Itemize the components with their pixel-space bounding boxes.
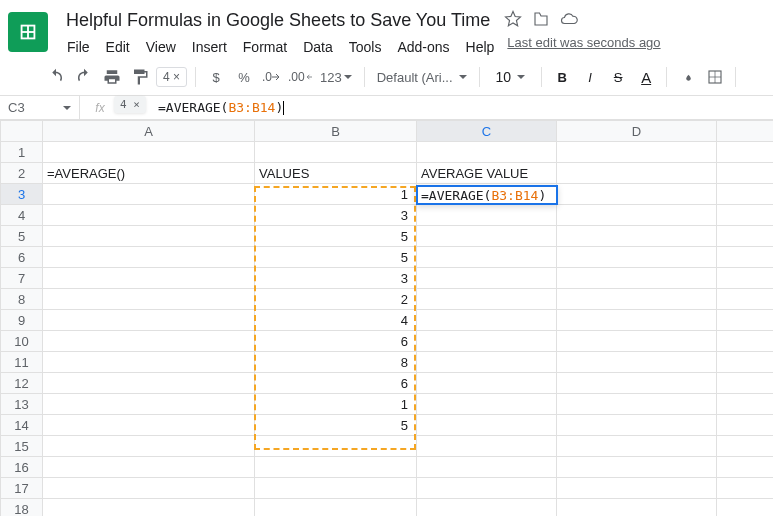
cell-b8[interactable]: 2 [255,289,417,310]
cell-b4[interactable]: 3 [255,205,417,226]
cell[interactable] [557,184,717,205]
cell[interactable] [417,289,557,310]
increase-decimal-button[interactable]: .00 [288,65,312,89]
menu-help[interactable]: Help [459,35,502,59]
sheets-logo[interactable] [8,12,48,52]
cell-c2[interactable]: AVERAGE VALUE [417,163,557,184]
font-family-select[interactable]: Default (Ari... [373,68,471,87]
cell[interactable] [557,163,717,184]
row-header[interactable]: 14 [1,415,43,436]
cell[interactable] [717,352,774,373]
menu-insert[interactable]: Insert [185,35,234,59]
row-header[interactable]: 3 [1,184,43,205]
cell[interactable] [557,142,717,163]
undo-icon[interactable] [44,65,68,89]
cell-b2[interactable]: VALUES [255,163,417,184]
cell[interactable] [417,394,557,415]
cell[interactable] [717,436,774,457]
col-header-a[interactable]: A [43,121,255,142]
cell[interactable] [717,457,774,478]
cell[interactable] [417,352,557,373]
cloud-status-icon[interactable] [560,10,578,31]
cell[interactable] [557,499,717,517]
name-box[interactable]: C3 [0,96,80,119]
cell[interactable] [717,247,774,268]
cell[interactable] [417,226,557,247]
select-all-corner[interactable] [1,121,43,142]
cell[interactable] [717,478,774,499]
cell[interactable] [717,310,774,331]
active-cell-editor[interactable]: =AVERAGE(B3:B14) [416,185,558,205]
menu-file[interactable]: File [60,35,97,59]
cell[interactable] [43,268,255,289]
cell[interactable] [557,268,717,289]
cell-b10[interactable]: 6 [255,331,417,352]
cell[interactable] [255,499,417,517]
cell[interactable] [43,289,255,310]
cell[interactable] [717,289,774,310]
formula-input[interactable]: 4 × =AVERAGE(B3:B14) [120,100,773,115]
cell[interactable] [557,310,717,331]
row-header[interactable]: 5 [1,226,43,247]
row-header[interactable]: 2 [1,163,43,184]
cell-b9[interactable]: 4 [255,310,417,331]
cell[interactable] [43,142,255,163]
cell[interactable] [43,331,255,352]
cell[interactable] [43,457,255,478]
cell[interactable] [557,436,717,457]
cell[interactable] [417,457,557,478]
cell[interactable] [43,184,255,205]
cell[interactable] [255,436,417,457]
zoom-select[interactable]: 4 × [156,67,187,87]
cell[interactable] [417,478,557,499]
italic-button[interactable]: I [578,65,602,89]
cell[interactable] [417,205,557,226]
cell[interactable] [557,352,717,373]
cell[interactable] [417,142,557,163]
cell[interactable] [717,268,774,289]
cell[interactable] [717,205,774,226]
row-header[interactable]: 7 [1,268,43,289]
menu-view[interactable]: View [139,35,183,59]
cell[interactable] [557,331,717,352]
cell[interactable] [717,142,774,163]
cell[interactable] [557,394,717,415]
cell[interactable] [43,205,255,226]
print-icon[interactable] [100,65,124,89]
cell[interactable] [43,310,255,331]
menu-tools[interactable]: Tools [342,35,389,59]
cell[interactable] [717,331,774,352]
cell[interactable] [417,310,557,331]
row-header[interactable]: 18 [1,499,43,517]
row-header[interactable]: 6 [1,247,43,268]
cell-b6[interactable]: 5 [255,247,417,268]
cell-b14[interactable]: 5 [255,415,417,436]
cell[interactable] [717,163,774,184]
cell[interactable] [255,142,417,163]
menu-data[interactable]: Data [296,35,340,59]
cell[interactable] [417,436,557,457]
row-header[interactable]: 11 [1,352,43,373]
cell[interactable] [43,247,255,268]
cell[interactable] [43,394,255,415]
col-header-e[interactable] [717,121,774,142]
cell[interactable] [417,331,557,352]
paint-format-icon[interactable] [128,65,152,89]
cell[interactable] [717,415,774,436]
cell[interactable] [255,457,417,478]
cell[interactable] [557,415,717,436]
cell[interactable] [43,499,255,517]
cell[interactable] [557,226,717,247]
cell[interactable] [43,352,255,373]
col-header-c[interactable]: C [417,121,557,142]
cell[interactable] [557,457,717,478]
percent-button[interactable]: % [232,65,256,89]
move-icon[interactable] [532,10,550,31]
font-size-select[interactable]: 10 [488,67,534,87]
cell[interactable] [417,373,557,394]
col-header-b[interactable]: B [255,121,417,142]
row-header[interactable]: 4 [1,205,43,226]
menu-addons[interactable]: Add-ons [390,35,456,59]
cell[interactable] [717,394,774,415]
borders-button[interactable] [703,65,727,89]
